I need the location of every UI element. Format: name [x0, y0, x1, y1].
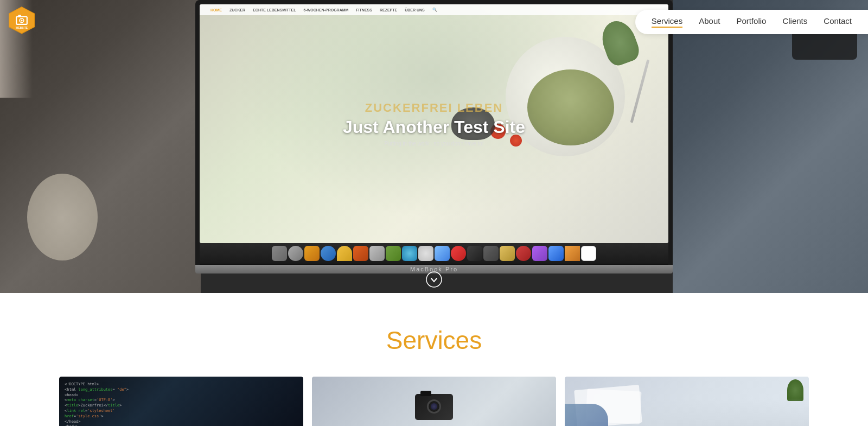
inner-nav-rezepte: REZEPTE	[380, 8, 397, 12]
svg-text:WEBSITE: WEBSITE	[16, 27, 28, 29]
dock-icon-5	[337, 246, 352, 261]
dock-icon-7	[369, 246, 385, 261]
dock-icon-4	[321, 246, 336, 261]
arm-sleeve	[565, 404, 608, 426]
dock-icon-18	[548, 246, 564, 261]
services-title: Services	[11, 326, 857, 355]
dock-icon-17	[532, 246, 547, 261]
inner-title-de: ZUCKERFREI LEBEN	[343, 101, 525, 115]
svg-point-4	[21, 20, 22, 21]
logo[interactable]: WEBSITE	[5, 5, 38, 38]
dock-icon-13	[467, 246, 482, 261]
dock-icon-12	[451, 246, 466, 261]
service-card-consulting[interactable]	[565, 377, 809, 426]
service-card-camera-inner	[312, 377, 556, 426]
inner-nav-ueber-uns: ÜBER UNS	[405, 8, 425, 12]
nav-item-contact[interactable]: Contact	[824, 16, 852, 28]
services-section: Services <!DOCTYPE html> <html lang_attr…	[0, 293, 868, 426]
inner-hero-text: ZUCKERFREI LEBEN Just Another Test Site …	[343, 101, 525, 147]
dock-icon-3	[304, 246, 320, 261]
camera-lens	[427, 399, 441, 414]
nav-item-services[interactable]: Services	[652, 16, 683, 28]
inner-nav-search: 🔍	[432, 8, 437, 12]
service-card-code-inner: <!DOCTYPE html> <html lang_attributes= "…	[59, 377, 303, 426]
inner-navbar: HOME ZUCKER ECHTE LEBENSMITTEL 6-WOCHEN-…	[200, 4, 668, 15]
dock-icon-2	[288, 246, 303, 261]
camera-body	[415, 390, 453, 418]
dock-icon-9	[402, 246, 417, 261]
dock-icon-20	[581, 246, 596, 261]
nav-item-clients[interactable]: Clients	[782, 16, 807, 28]
navbar: Services About Portfolio Clients Contact	[635, 10, 868, 34]
dock-icon-19	[565, 246, 580, 261]
dock-icon-15	[500, 246, 515, 261]
dock-icon-16	[516, 246, 531, 261]
scroll-arrow[interactable]	[426, 271, 442, 288]
svg-rect-6	[426, 272, 442, 287]
inner-subtitle: Putting in the work - so you don't have …	[343, 141, 525, 147]
service-card-consulting-inner	[565, 377, 809, 426]
laptop-screen-wrapper: HOME ZUCKER ECHTE LEBENSMITTEL 6-WOCHEN-…	[195, 0, 673, 265]
dock-icon-1	[272, 246, 287, 261]
hero-section: HOME ZUCKER ECHTE LEBENSMITTEL 6-WOCHEN-…	[0, 0, 868, 293]
laptop-screen: HOME ZUCKER ECHTE LEBENSMITTEL 6-WOCHEN-…	[200, 4, 668, 243]
inner-nav-fitness: FITNESS	[356, 8, 372, 12]
camera-background	[312, 377, 556, 426]
camera-top	[420, 391, 431, 396]
services-grid: <!DOCTYPE html> <html lang_attributes= "…	[54, 377, 814, 426]
camera-lens-inner	[431, 403, 437, 410]
laptop-dock	[200, 243, 668, 265]
dock-icon-8	[386, 246, 401, 261]
laptop-mockup: HOME ZUCKER ECHTE LEBENSMITTEL 6-WOCHEN-…	[195, 0, 673, 274]
service-card-photography[interactable]	[312, 377, 556, 426]
code-display: <!DOCTYPE html> <html lang_attributes= "…	[65, 382, 129, 426]
nav-item-portfolio[interactable]: Portfolio	[736, 16, 766, 28]
left-side-decor	[22, 152, 108, 260]
inner-nav-home: HOME	[210, 8, 222, 12]
service-card-web[interactable]: <!DOCTYPE html> <html lang_attributes= "…	[59, 377, 303, 426]
dock-icon-11	[435, 246, 450, 261]
dock-icon-14	[483, 246, 499, 261]
salad	[527, 69, 614, 145]
inner-nav-lebensmittel: ECHTE LEBENSMITTEL	[253, 8, 296, 12]
inner-nav-programm: 6-WOCHEN-PROGRAMM	[304, 8, 349, 12]
cup-shape	[27, 174, 98, 260]
dock-icon-10	[418, 246, 433, 261]
consulting-background	[565, 377, 809, 426]
fork	[630, 59, 650, 123]
nav-item-about[interactable]: About	[699, 16, 720, 28]
dock-icon-6	[353, 246, 368, 261]
inner-nav-zucker: ZUCKER	[229, 8, 245, 12]
plant-decoration	[787, 379, 803, 401]
inner-website: HOME ZUCKER ECHTE LEBENSMITTEL 6-WOCHEN-…	[200, 4, 668, 243]
inner-title-en: Just Another Test Site	[343, 117, 525, 137]
svg-rect-2	[18, 15, 21, 17]
